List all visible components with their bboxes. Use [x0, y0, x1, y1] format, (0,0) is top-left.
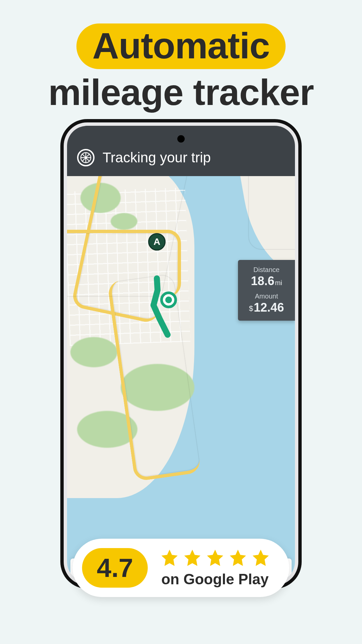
distance-number: 18.6	[251, 274, 274, 288]
amount-symbol: $	[249, 304, 253, 313]
wheel-icon	[77, 149, 95, 166]
amount-label: Amount	[243, 292, 290, 300]
headline-highlight: Automatic	[76, 23, 286, 69]
headline: Automatic mileage tracker	[0, 0, 362, 112]
svg-line-9	[82, 159, 85, 161]
star-icon	[251, 548, 270, 568]
phone-mockup: Tracking your trip A Distance 18.6mi Amo…	[67, 126, 295, 582]
rating-pill: 4.7 on Google Play	[73, 539, 289, 597]
rating-score-badge: 4.7	[82, 548, 148, 588]
distance-value: 18.6mi	[243, 274, 290, 288]
route-current-marker[interactable]	[160, 291, 177, 308]
route-start-marker[interactable]: A	[148, 233, 166, 251]
distance-label: Distance	[243, 266, 290, 274]
amount-number: 12.46	[254, 301, 284, 314]
svg-line-8	[87, 154, 89, 157]
app-header-title: Tracking your trip	[103, 150, 211, 166]
distance-unit: mi	[275, 279, 282, 286]
headline-subtext: mileage tracker	[0, 72, 362, 112]
star-icon	[160, 548, 179, 568]
app-header: Tracking your trip	[67, 126, 295, 176]
phone-camera-notch	[177, 135, 185, 143]
star-icon	[183, 548, 202, 568]
svg-point-1	[84, 156, 87, 159]
rating-details: on Google Play	[160, 548, 270, 588]
route-path	[67, 176, 295, 582]
amount-value: $12.46	[243, 301, 290, 314]
rating-source: on Google Play	[160, 571, 268, 588]
map-view[interactable]: A Distance 18.6mi Amount $12.46	[67, 176, 295, 582]
svg-line-7	[87, 159, 89, 161]
rating-stars	[160, 548, 270, 568]
trip-stats-card: Distance 18.6mi Amount $12.46	[238, 260, 295, 321]
star-icon	[228, 548, 248, 568]
svg-line-6	[82, 154, 85, 157]
star-icon	[205, 548, 225, 568]
